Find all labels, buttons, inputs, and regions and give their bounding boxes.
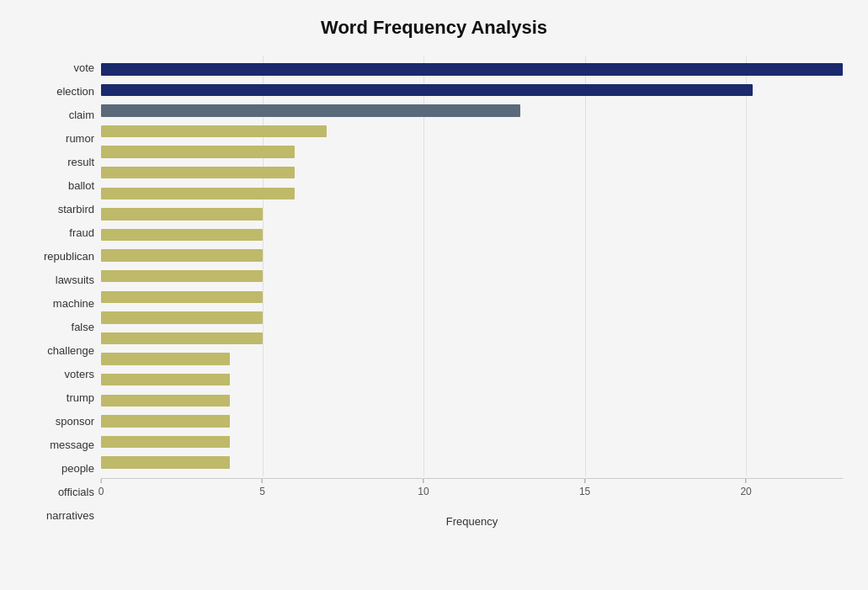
bar-row: [101, 80, 843, 101]
bar: [101, 436, 230, 448]
y-label: vote: [73, 62, 94, 73]
bar: [101, 84, 753, 96]
bar-row: [101, 121, 843, 142]
bar-row: [101, 287, 843, 308]
bar: [101, 456, 230, 468]
chart-container: Word Frequency Analysis voteelectionclai…: [0, 0, 868, 590]
bar-row: [101, 432, 843, 453]
y-label: challenge: [47, 345, 94, 356]
bar: [101, 104, 520, 116]
bar: [101, 125, 327, 137]
x-tick-label: 0: [99, 486, 104, 497]
x-tick-line: [262, 479, 263, 483]
y-labels: voteelectionclaimrumorresultballotstarbi…: [25, 56, 101, 528]
bar-row: [101, 369, 843, 391]
bar-row: [101, 162, 843, 183]
y-label: false: [72, 322, 94, 332]
chart-area: voteelectionclaimrumorresultballotstarbi…: [25, 56, 843, 528]
bar: [101, 415, 230, 427]
y-label: message: [50, 439, 94, 450]
y-label: election: [56, 86, 94, 97]
bar-row: [101, 307, 843, 328]
bar: [101, 395, 230, 407]
bar-row: [101, 59, 843, 80]
y-label: result: [67, 157, 94, 167]
x-tick-line: [584, 479, 585, 483]
bar: [101, 249, 263, 261]
bar-row: [101, 141, 843, 162]
bar-row: [101, 100, 843, 121]
y-label: republican: [44, 251, 94, 262]
bar-row: [101, 328, 843, 349]
chart-title: Word Frequency Analysis: [25, 17, 843, 39]
bar-row: [101, 225, 843, 246]
y-label: fraud: [69, 227, 94, 238]
x-tick-label: 20: [740, 486, 751, 497]
x-tick: 5: [259, 479, 265, 497]
bar-row: [101, 245, 843, 266]
x-tick-label: 15: [579, 486, 590, 497]
x-tick: 0: [99, 479, 104, 497]
bar: [101, 146, 295, 157]
bar-row: [101, 411, 843, 432]
bar-row: [101, 452, 843, 473]
x-tick: 20: [740, 479, 751, 497]
x-tick-line: [746, 479, 747, 483]
y-label: machine: [53, 298, 94, 309]
y-label: ballot: [68, 180, 94, 191]
x-tick-line: [423, 479, 424, 483]
bar-row: [101, 348, 843, 369]
x-tick-label: 5: [259, 486, 265, 497]
x-tick: 10: [418, 479, 429, 497]
bar: [101, 270, 263, 282]
bar: [101, 374, 230, 385]
y-label: people: [61, 463, 94, 474]
bar: [101, 63, 843, 75]
bar-row: [101, 391, 843, 412]
bar: [101, 229, 263, 241]
bar: [101, 311, 263, 323]
y-label: rumor: [66, 133, 94, 144]
bars-and-xaxis: 05101520 Frequency: [101, 56, 843, 528]
bar: [101, 332, 263, 344]
x-tick-label: 10: [418, 486, 429, 497]
bar: [101, 167, 295, 178]
bar-row: [101, 204, 843, 225]
bar: [101, 188, 295, 199]
x-axis: 05101520: [101, 478, 843, 512]
bars-wrapper: [101, 56, 843, 476]
y-label: lawsuits: [56, 274, 94, 285]
bar: [101, 353, 230, 364]
y-label: claim: [69, 109, 94, 120]
x-tick: 15: [579, 479, 590, 497]
y-label: sponsor: [56, 416, 94, 427]
y-label: voters: [65, 369, 94, 380]
y-label: officials: [58, 486, 94, 497]
bar-row: [101, 183, 843, 205]
y-label: narratives: [46, 510, 94, 521]
bars-area: [101, 56, 843, 476]
bar-row: [101, 266, 843, 287]
x-axis-title: Frequency: [101, 515, 843, 528]
bar: [101, 291, 263, 303]
x-tick-line: [101, 479, 102, 483]
y-label: trump: [67, 392, 94, 403]
y-label: starbird: [58, 204, 94, 215]
bar: [101, 208, 263, 220]
